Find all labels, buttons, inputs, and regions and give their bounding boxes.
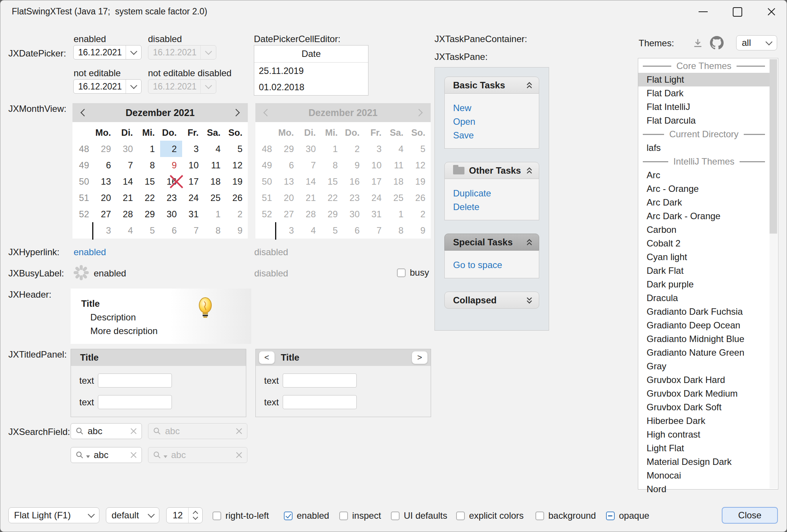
prev-month-icon[interactable] (80, 109, 88, 116)
theme-item[interactable]: Flat Darcula (638, 114, 770, 127)
taskpane-header[interactable]: Collapsed (444, 292, 539, 309)
day-cell[interactable]: 28 (116, 206, 139, 222)
day-cell[interactable]: 5 (226, 141, 248, 157)
theme-item[interactable]: Arc Dark - Orange (638, 209, 770, 223)
taskpane-header[interactable]: Special Tasks (444, 234, 539, 251)
theme-item[interactable]: Carbon (638, 223, 770, 237)
datepicker-enabled[interactable]: 16.12.2021 (73, 45, 142, 60)
theme-item[interactable]: Dracula (638, 291, 770, 305)
theme-item[interactable]: Flat Light (638, 73, 770, 86)
day-cell[interactable]: 1 (138, 141, 160, 157)
day-cell[interactable]: 30 (116, 141, 139, 157)
taskpane-link[interactable]: Duplicate (453, 187, 539, 200)
day-cell[interactable]: 9 (226, 222, 248, 239)
theme-item[interactable]: Cobalt 2 (638, 237, 770, 250)
day-cell[interactable]: 22 (138, 190, 160, 206)
font-size-spinner[interactable]: 12 (166, 507, 203, 523)
theme-item[interactable]: Gradianto Deep Ocean (638, 319, 770, 332)
theme-item[interactable]: High contrast (638, 428, 770, 441)
day-cell[interactable]: 1 (204, 206, 226, 222)
day-cell[interactable]: 3 (94, 222, 116, 239)
day-cell[interactable]: 5 (138, 222, 160, 239)
theme-item[interactable]: Dark purple (638, 278, 770, 291)
spinner-buttons[interactable] (188, 508, 202, 523)
checkbox-inspect[interactable]: inspect (339, 510, 381, 521)
theme-item[interactable]: Gray (638, 359, 770, 373)
month-view-enabled[interactable]: Dezember 2021Mo.Di.Mi.Do.Fr.Sa.So.482930… (72, 103, 248, 240)
scrollbar[interactable] (770, 59, 777, 488)
day-cell[interactable]: 14 (116, 173, 139, 190)
cell-editor-table[interactable]: Date 25.11.2019 01.02.2018 (254, 45, 368, 96)
datepicker-not-editable[interactable]: 16.12.2021 (73, 79, 142, 94)
busy-checkbox-row[interactable]: busy (397, 267, 429, 278)
expand-icon[interactable] (525, 296, 534, 304)
day-cell[interactable]: 2 (226, 206, 248, 222)
laf-combo[interactable]: Flat Light (F1) (8, 507, 99, 523)
day-cell[interactable]: 2 (160, 141, 182, 157)
text-input[interactable] (98, 373, 172, 388)
day-cell[interactable]: 15 (138, 173, 160, 190)
checkbox-ui-defaults[interactable]: UI defaults (391, 510, 447, 521)
table-row[interactable]: 25.11.2019 (254, 63, 368, 79)
taskpane-link[interactable]: Save (453, 129, 539, 142)
taskpane-link[interactable]: New (453, 101, 539, 115)
checkbox[interactable] (456, 512, 465, 520)
day-cell[interactable]: 6 (160, 222, 182, 239)
theme-item[interactable]: Arc - Orange (638, 182, 770, 196)
datepicker-dropdown-button[interactable] (126, 46, 141, 59)
theme-item[interactable]: Material Design Dark (638, 455, 770, 469)
day-cell[interactable]: 17 (182, 173, 204, 190)
day-cell[interactable]: 20 (94, 190, 116, 206)
day-cell[interactable]: 4 (116, 222, 139, 239)
day-cell[interactable]: 31 (182, 206, 204, 222)
day-cell[interactable]: 30 (160, 206, 182, 222)
themes-filter-combo[interactable]: all (736, 35, 777, 50)
day-cell[interactable]: 11 (204, 157, 226, 173)
theme-item[interactable]: Light Flat (638, 441, 770, 455)
day-cell[interactable]: 21 (116, 190, 139, 206)
taskpane-link[interactable]: Open (453, 115, 539, 129)
theme-item[interactable]: Gradianto Nature Green (638, 346, 770, 359)
day-cell[interactable]: 7 (116, 157, 139, 173)
taskpane-header[interactable]: Basic Tasks (444, 77, 539, 94)
theme-item[interactable]: Gruvbox Dark Soft (638, 400, 770, 414)
day-cell[interactable]: 9 (160, 157, 182, 173)
day-cell[interactable]: 7 (182, 222, 204, 239)
hyperlink-enabled[interactable]: enabled (74, 247, 106, 257)
minimize-button[interactable] (688, 0, 718, 23)
day-cell[interactable]: 19 (226, 173, 248, 190)
clear-icon[interactable] (130, 452, 137, 458)
theme-item[interactable]: Gradianto Dark Fuchsia (638, 305, 770, 319)
theme-item[interactable]: Flat Dark (638, 86, 770, 100)
busy-checkbox[interactable] (397, 268, 406, 277)
day-cell[interactable]: 18 (204, 173, 226, 190)
checkbox[interactable] (284, 512, 293, 520)
search-field-with-menu[interactable]: abc (71, 447, 142, 463)
checkbox-right-to-left[interactable]: right-to-left (212, 510, 269, 521)
taskpane-link[interactable]: Delete (453, 200, 539, 214)
collapse-icon[interactable] (525, 166, 534, 175)
checkbox[interactable] (212, 512, 221, 520)
checkbox-explicit-colors[interactable]: explicit colors (456, 510, 524, 521)
search-options-caret-icon[interactable] (86, 455, 90, 458)
theme-item[interactable]: Arc Dark (638, 196, 770, 209)
day-cell[interactable]: 16 (160, 173, 182, 190)
day-cell[interactable]: 25 (204, 190, 226, 206)
checkbox-opaque[interactable]: opaque (606, 510, 649, 521)
day-cell[interactable]: 10 (182, 157, 204, 173)
font-combo[interactable]: default (106, 507, 159, 523)
next-button[interactable]: > (412, 351, 428, 364)
checkbox[interactable] (391, 512, 400, 520)
theme-item[interactable]: Hiberbee Dark (638, 414, 770, 428)
collapse-icon[interactable] (525, 238, 534, 246)
text-input[interactable] (283, 373, 357, 388)
day-cell[interactable]: 26 (226, 190, 248, 206)
checkbox-enabled[interactable]: enabled (284, 510, 329, 521)
close-button[interactable]: Close (722, 507, 778, 524)
datepicker-dropdown-button[interactable] (126, 80, 141, 93)
table-row[interactable]: 01.02.2018 (254, 79, 368, 95)
maximize-button[interactable] (722, 0, 752, 23)
day-cell[interactable]: 4 (204, 141, 226, 157)
theme-item[interactable]: Arc (638, 168, 770, 182)
day-cell[interactable]: 8 (204, 222, 226, 239)
